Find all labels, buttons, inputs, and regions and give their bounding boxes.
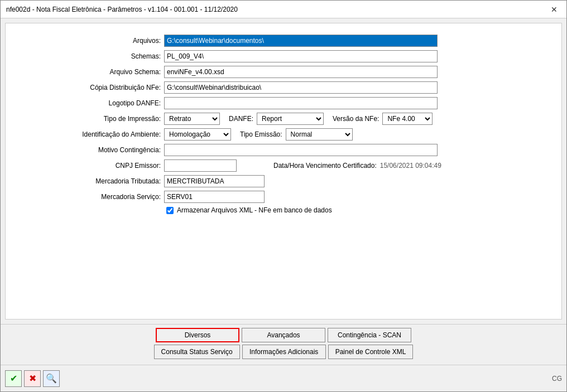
data-hora-value: 15/06/2021 09:04:49: [380, 162, 441, 170]
copia-dist-label: Cópia Distribuição NFe:: [60, 84, 161, 91]
motivo-row: Motivo Contingência:: [60, 144, 507, 156]
tipo-emissao-label: Tipo Emissão:: [240, 130, 282, 138]
cg-label: CG: [552, 375, 562, 383]
cancel-button[interactable]: ✖: [24, 370, 41, 387]
bottom-buttons: Diversos Avançados Contingência - SCAN C…: [1, 324, 566, 365]
form-area: Arquivos: Schemas: Arquivo Schema: Cópia…: [60, 35, 507, 214]
logotipo-input[interactable]: [164, 97, 438, 109]
painel-button[interactable]: Painel de Controle XML: [328, 345, 414, 359]
data-hora-label: Data/Hora Vencimento Certificado:: [273, 162, 377, 170]
tipo-emissao-select[interactable]: Normal Contingência: [286, 128, 353, 141]
tipo-impressao-select[interactable]: Retrato Paisagem: [164, 113, 220, 125]
button-row-1: Diversos Avançados Contingência - SCAN: [5, 328, 562, 342]
identificacao-select[interactable]: Homologação Produção: [164, 128, 231, 141]
motivo-label: Motivo Contingência:: [60, 146, 161, 154]
informacoes-button[interactable]: Informações Adicionais: [242, 345, 326, 359]
diversos-button[interactable]: Diversos: [156, 328, 239, 342]
copia-dist-input[interactable]: [164, 81, 438, 94]
arquivos-input[interactable]: [164, 35, 438, 47]
arquivos-row: Arquivos:: [60, 35, 507, 47]
arquivo-schema-input[interactable]: [164, 66, 438, 78]
checkbox-row: Armazenar Arquivos XML - NFe em banco de…: [166, 206, 507, 214]
danfe-label: DANFE:: [229, 115, 253, 123]
mercadoria-tributada-row: Mercadoria Tributada:: [60, 175, 507, 187]
arquivo-schema-label: Arquivo Schema:: [60, 68, 161, 76]
search-icon: 🔍: [46, 373, 57, 384]
mercadoria-servico-row: Mercadoria Serviço:: [60, 191, 507, 203]
mercadoria-servico-input[interactable]: [164, 191, 265, 203]
copia-dist-row: Cópia Distribuição NFe:: [60, 81, 507, 94]
armazenar-label: Armazenar Arquivos XML - NFe em banco de…: [177, 206, 332, 214]
confirm-button[interactable]: ✔: [5, 370, 22, 387]
title-bar: nfe002d - Nota Fiscal Eletrônica - Parâm…: [1, 1, 566, 18]
main-content: Arquivos: Schemas: Arquivo Schema: Cópia…: [5, 23, 562, 320]
motivo-input[interactable]: [164, 144, 438, 156]
versao-label: Versão da NFe:: [333, 115, 379, 123]
close-button[interactable]: ✕: [547, 4, 561, 15]
logotipo-row: Logotipo DANFE:: [60, 97, 507, 109]
window-title: nfe002d - Nota Fiscal Eletrônica - Parâm…: [6, 6, 238, 13]
avancados-button[interactable]: Avançados: [242, 328, 325, 342]
schemas-label: Schemas:: [60, 52, 161, 60]
mercadoria-tributada-label: Mercadoria Tributada:: [60, 177, 161, 185]
versao-select[interactable]: NFe 4.00 NFe 3.10: [382, 113, 433, 125]
armazenar-checkbox[interactable]: [166, 207, 174, 214]
danfe-select[interactable]: Report PDF: [257, 113, 324, 125]
logotipo-label: Logotipo DANFE:: [60, 99, 161, 107]
schemas-input[interactable]: [164, 50, 438, 62]
schemas-row: Schemas:: [60, 50, 507, 62]
button-row-2: Consulta Status Serviço Informações Adic…: [5, 345, 562, 359]
main-window: nfe002d - Nota Fiscal Eletrônica - Parâm…: [0, 0, 567, 392]
tipo-impressao-row: Tipo de Impressão: Retrato Paisagem DANF…: [60, 113, 507, 125]
identificacao-row: Identificação do Ambiente: Homologação P…: [60, 128, 507, 141]
identificacao-label: Identificação do Ambiente:: [60, 130, 161, 138]
toolbar: ✔ ✖ 🔍 CG: [1, 365, 566, 391]
arquivo-schema-row: Arquivo Schema:: [60, 66, 507, 78]
mercadoria-servico-label: Mercadoria Serviço:: [60, 193, 161, 201]
cnpj-input[interactable]: [164, 159, 237, 172]
search-button[interactable]: 🔍: [43, 370, 60, 387]
mercadoria-tributada-input[interactable]: [164, 175, 265, 187]
cnpj-label: CNPJ Emissor:: [60, 162, 161, 170]
cnpj-row: CNPJ Emissor: Data/Hora Vencimento Certi…: [60, 159, 507, 172]
arquivos-label: Arquivos:: [60, 37, 161, 45]
consulta-status-button[interactable]: Consulta Status Serviço: [154, 345, 240, 359]
tipo-impressao-label: Tipo de Impressão:: [60, 115, 161, 123]
contingencia-button[interactable]: Contingência - SCAN: [328, 328, 411, 342]
